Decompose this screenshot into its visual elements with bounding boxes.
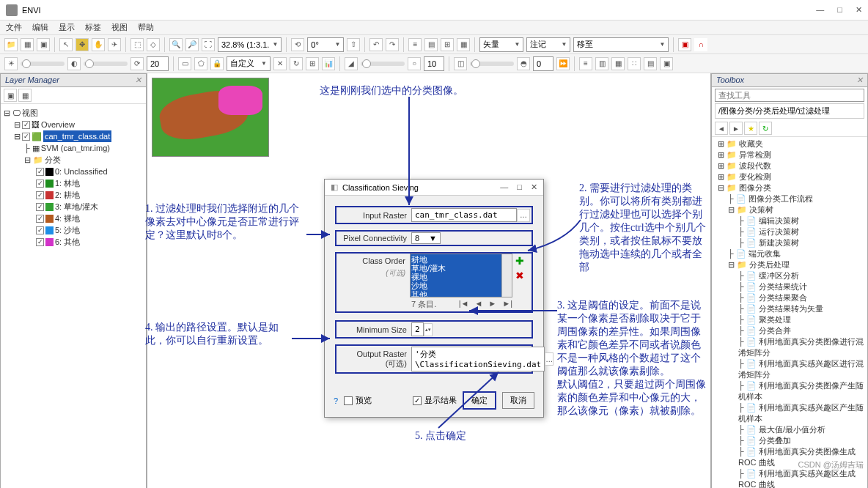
stretch-mode[interactable]: 自定义▼ [227, 56, 271, 71]
listbox-scrollbar[interactable] [501, 254, 512, 297]
layer-tool-2-icon[interactable]: ▦ [18, 89, 32, 102]
pan-icon[interactable]: ✋ [92, 38, 105, 51]
roi-rect-icon[interactable]: ▭ [178, 57, 191, 70]
input-raster-field[interactable]: can_tmr_class.dat [411, 208, 517, 222]
refresh-icon[interactable]: ↻ [290, 57, 303, 70]
swipe-icon[interactable]: ◫ [454, 57, 467, 70]
contrast-slider[interactable] [84, 62, 128, 66]
show-result-checkbox[interactable]: ✓显示结果 [413, 395, 457, 406]
class-order-listbox[interactable]: 耕地草地/灌木裸地沙地其他 [410, 254, 512, 297]
toolbox-tree[interactable]: ⊞ 📁 收藏夹⊞ 📁 异常检测⊞ 📁 波段代数⊞ 📁 变化检测⊟ 📁 图像分类├… [712, 137, 867, 488]
stop-icon[interactable]: ∩ [694, 38, 707, 51]
menu-help[interactable]: 帮助 [138, 22, 154, 33]
drop-icon[interactable]: ○ [408, 57, 421, 70]
input-raster-browse-icon[interactable]: … [517, 209, 530, 222]
zoomin-icon[interactable]: 🔍 [169, 38, 183, 51]
add-class-icon[interactable]: ✚ [515, 255, 524, 267]
ok-button[interactable]: 确定 [463, 391, 496, 410]
brightness-icon[interactable]: ☀ [4, 57, 18, 70]
min-size-field[interactable]: 2 [411, 322, 424, 336]
zoom-combo[interactable]: 32.8% (1:3.1.▼ [218, 37, 282, 52]
pixel-conn-select[interactable]: 8▼ [411, 232, 441, 244]
menu-label[interactable]: 标签 [85, 22, 101, 33]
record-icon[interactable]: ▣ [678, 38, 691, 51]
swipe-slider[interactable] [470, 62, 514, 66]
sharpen-slider[interactable] [361, 62, 405, 66]
move-up-icon[interactable]: ◄ [474, 299, 482, 310]
goto-dropdown[interactable]: 移至▼ [573, 37, 669, 52]
open-icon[interactable]: 📁 [4, 38, 18, 51]
x6-icon[interactable]: ▣ [660, 57, 673, 70]
redo-icon[interactable]: ↷ [386, 38, 399, 51]
annotation-dropdown[interactable]: 注记▼ [526, 37, 570, 52]
num2-field[interactable]: 10 [424, 56, 444, 71]
menu-file[interactable]: 文件 [6, 22, 22, 33]
move-top-icon[interactable]: |◄ [459, 299, 469, 310]
undo-icon[interactable]: ↶ [369, 38, 383, 51]
t1-icon[interactable]: ✕ [273, 57, 287, 70]
contrast-icon[interactable]: ◐ [67, 57, 81, 70]
layer-tool-1-icon[interactable]: ▣ [4, 89, 17, 102]
data-mgr-icon[interactable]: ▦ [21, 38, 34, 51]
output-raster-field[interactable]: '分类\ClassificationSieving.dat [411, 347, 545, 371]
whirl-icon[interactable]: ⟳ [130, 57, 144, 70]
hist-icon[interactable]: 📊 [322, 57, 335, 70]
rotation-combo[interactable]: 0°▼ [307, 37, 344, 52]
play-icon[interactable]: ⏩ [556, 57, 570, 70]
vertex-icon[interactable]: ◇ [147, 38, 160, 51]
num1-field[interactable]: 20 [147, 56, 169, 71]
move-bottom-icon[interactable]: ►| [502, 299, 512, 310]
northup-icon[interactable]: ⇧ [347, 38, 360, 51]
dialog-max-icon[interactable]: □ [517, 182, 522, 192]
cursor-icon[interactable]: ↖ [59, 38, 73, 51]
fly-icon[interactable]: ✈ [108, 38, 121, 51]
dialog-min-icon[interactable]: — [500, 182, 508, 192]
tb-fav-icon[interactable]: ★ [744, 122, 757, 135]
sharpen-icon[interactable]: ◢ [345, 57, 358, 70]
overview-thumbnail[interactable] [152, 78, 269, 157]
roi-lock-icon[interactable]: 🔒 [210, 57, 224, 70]
menu-display[interactable]: 显示 [59, 22, 75, 33]
num3-field[interactable]: 0 [533, 56, 553, 71]
window-close[interactable]: ✕ [856, 5, 862, 15]
x1-icon[interactable]: ≡ [579, 57, 592, 70]
x4-icon[interactable]: ∷ [628, 57, 641, 70]
layer-mgr-close-icon[interactable]: ✕ [135, 75, 141, 85]
remove-class-icon[interactable]: ✖ [515, 270, 524, 281]
crosshair-icon[interactable]: ✥ [76, 38, 89, 51]
rotate-icon[interactable]: ⟲ [291, 38, 304, 51]
dialog-close-icon[interactable]: ✕ [531, 182, 537, 192]
output-browse-icon[interactable]: … [545, 352, 553, 366]
menu-view[interactable]: 视图 [111, 22, 128, 33]
misc4-icon[interactable]: ▦ [457, 38, 470, 51]
tb-refresh-icon[interactable]: ↻ [759, 122, 772, 135]
misc3-icon[interactable]: ⊞ [441, 38, 454, 51]
t3-icon[interactable]: ⊞ [306, 57, 319, 70]
misc2-icon[interactable]: ▤ [424, 38, 438, 51]
vector-dropdown[interactable]: 矢量▼ [479, 37, 523, 52]
misc1-icon[interactable]: ≡ [408, 38, 422, 51]
select-icon[interactable]: ⬚ [130, 38, 144, 51]
x5-icon[interactable]: ▤ [644, 57, 657, 70]
toolbox-close-icon[interactable]: ✕ [856, 75, 863, 85]
window-max[interactable]: □ [837, 5, 842, 15]
move-down-icon[interactable]: ► [488, 299, 496, 310]
window-min[interactable]: — [816, 5, 824, 15]
zoomext-icon[interactable]: ⛶ [202, 38, 215, 51]
preview-checkbox[interactable]: 预览 [344, 395, 372, 406]
blend-icon[interactable]: ◓ [517, 57, 530, 70]
x3-icon[interactable]: ▦ [611, 57, 625, 70]
roi-poly-icon[interactable]: ⬠ [194, 57, 207, 70]
menu-edit[interactable]: 编辑 [32, 22, 48, 33]
help-icon[interactable]: ? [334, 396, 338, 405]
x2-icon[interactable]: ▥ [595, 57, 608, 70]
layer-tree[interactable]: ⊟ 🖵 视图⊟ ✓ 🖼 Overview⊟ ✓ 🟩 can_tmr_class.… [1, 104, 146, 251]
tb-fwd-icon[interactable]: ► [729, 122, 743, 135]
tb-back-icon[interactable]: ◄ [715, 122, 728, 135]
min-size-stepper[interactable]: ▴▾ [424, 323, 433, 336]
chip-icon[interactable]: ▣ [37, 38, 50, 51]
zoomout-icon[interactable]: 🔎 [185, 38, 199, 51]
cancel-button[interactable]: 取消 [502, 392, 534, 409]
brightness-slider[interactable] [21, 62, 65, 66]
toolbox-search-input[interactable] [715, 89, 864, 102]
